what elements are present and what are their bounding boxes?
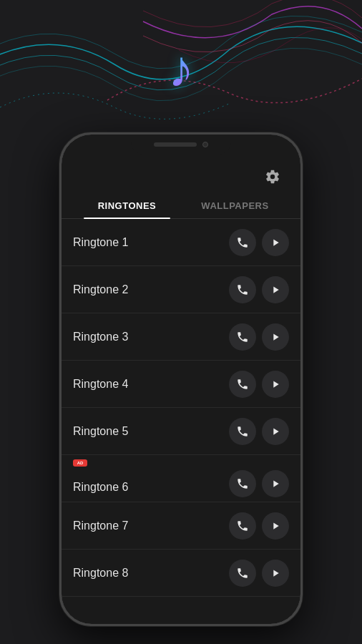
ringtone-list: Ringtone 1 [62, 219, 300, 624]
phone-call-icon [236, 567, 249, 580]
play-icon [270, 426, 281, 437]
action-buttons [229, 512, 289, 540]
header-bar [62, 157, 300, 193]
set-ringtone-button[interactable] [229, 323, 256, 351]
phone-device: RINGTONES WALLPAPERS Ringtone 1 [59, 132, 303, 626]
action-buttons [229, 418, 289, 445]
action-buttons [229, 371, 289, 398]
play-button[interactable] [262, 512, 289, 540]
play-icon [270, 520, 281, 532]
background: ♪ [0, 0, 362, 644]
phone-call-icon [236, 378, 249, 391]
side-button-left [59, 220, 61, 249]
list-item: Ringtone 8 [62, 550, 300, 597]
ringtone-name: Ringtone 1 [73, 236, 229, 249]
phone-call-icon [236, 236, 249, 249]
list-item: Ringtone 4 [62, 361, 300, 408]
phone-call-icon [236, 477, 249, 490]
play-button[interactable] [262, 371, 289, 398]
side-button-right1 [301, 206, 303, 228]
play-button[interactable] [262, 418, 289, 445]
ad-badge: AD [73, 459, 87, 467]
action-buttons [229, 276, 289, 303]
set-ringtone-button[interactable] [229, 371, 256, 398]
play-icon [270, 284, 281, 296]
phone-call-icon [236, 283, 249, 296]
music-note-icon: ♪ [168, 39, 194, 98]
play-button[interactable] [262, 229, 289, 256]
ringtone-name: Ringtone 2 [73, 283, 229, 296]
play-icon [270, 567, 281, 579]
set-ringtone-button[interactable] [229, 229, 256, 256]
play-button[interactable] [262, 560, 289, 587]
ringtone-name: Ringtone 4 [73, 378, 229, 391]
notch-speaker [154, 142, 197, 147]
play-button[interactable] [262, 323, 289, 351]
side-button-right3 [301, 299, 303, 338]
list-item: Ringtone 2 [62, 266, 300, 313]
set-ringtone-button[interactable] [229, 560, 256, 587]
ringtone-name: Ringtone 7 [73, 519, 229, 532]
ringtone-name: Ringtone 3 [73, 331, 229, 343]
set-ringtone-button[interactable] [229, 418, 256, 445]
gear-icon [265, 169, 280, 185]
play-icon [270, 379, 281, 390]
ringtone-name: Ringtone 5 [73, 425, 229, 438]
screen-content: RINGTONES WALLPAPERS Ringtone 1 [62, 157, 300, 624]
tab-wallpapers[interactable]: WALLPAPERS [181, 193, 289, 218]
phone-screen: RINGTONES WALLPAPERS Ringtone 1 [62, 135, 300, 624]
phone-call-icon [236, 519, 249, 532]
set-ringtone-button[interactable] [229, 276, 256, 303]
play-button[interactable] [262, 276, 289, 303]
play-icon [270, 478, 281, 489]
tab-ringtones[interactable]: RINGTONES [73, 193, 181, 218]
ad-badge-text: AD [77, 461, 84, 465]
action-buttons [229, 470, 289, 497]
phone-notch [131, 135, 231, 155]
set-ringtone-button[interactable] [229, 512, 256, 540]
action-buttons [229, 560, 289, 587]
play-button[interactable] [262, 470, 289, 497]
action-buttons [229, 229, 289, 256]
play-icon [270, 331, 281, 343]
set-ringtone-button[interactable] [229, 470, 256, 497]
play-icon [270, 237, 281, 248]
list-item: Ringtone 7 [62, 502, 300, 550]
list-item: Ringtone 5 [62, 408, 300, 455]
ringtone-name: Ringtone 8 [73, 567, 229, 580]
ringtone-name: Ringtone 6 [73, 481, 229, 494]
phone-call-icon [236, 425, 249, 438]
action-buttons [229, 323, 289, 351]
list-item: Ringtone 1 [62, 219, 300, 266]
list-item: Ringtone 3 [62, 313, 300, 361]
list-item: AD Ringtone 6 [62, 455, 300, 502]
settings-button[interactable] [259, 163, 286, 190]
notch-camera [202, 142, 208, 147]
phone-call-icon [236, 331, 249, 343]
side-button-right2 [301, 249, 303, 288]
tabs-bar: RINGTONES WALLPAPERS [62, 193, 300, 219]
